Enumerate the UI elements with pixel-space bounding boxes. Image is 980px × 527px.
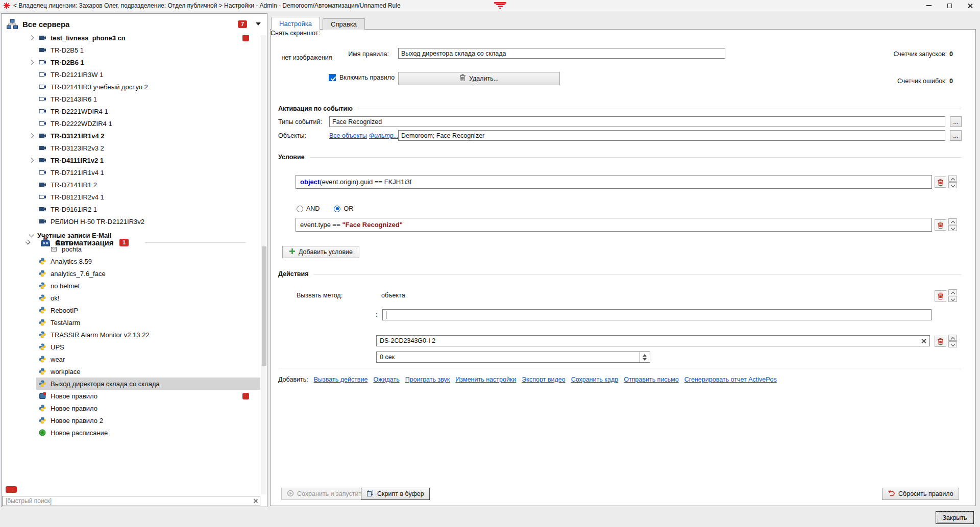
or-radio[interactable]: OR: [334, 205, 353, 212]
tree-item[interactable]: UPS: [2, 341, 260, 353]
and-radio-label: AND: [306, 205, 320, 212]
add-action-link[interactable]: Вызвать действие: [314, 376, 368, 383]
delay-input[interactable]: 0 сек: [376, 352, 650, 363]
delete-action-1-button[interactable]: [935, 290, 946, 302]
scrollbar-thumb[interactable]: [262, 246, 266, 366]
chevron-right-icon[interactable]: [27, 154, 36, 166]
chevron-right-icon[interactable]: [27, 130, 36, 142]
tree-item[interactable]: Новое правило 2: [2, 414, 260, 426]
tree-item[interactable]: TR-D2143IR6 1: [2, 93, 260, 105]
tree-item[interactable]: Выход директора склада со склада: [2, 378, 260, 390]
delete-condition-1-button[interactable]: [935, 177, 946, 188]
move-up-button[interactable]: [948, 335, 957, 341]
objects-more-button[interactable]: ...: [950, 130, 962, 141]
script-icon: [37, 368, 47, 375]
clear-search-icon[interactable]: [253, 498, 258, 504]
tree-item[interactable]: Новое правило: [2, 402, 260, 414]
chevron-right-icon[interactable]: [27, 35, 36, 44]
enable-rule-row[interactable]: Включить правило: [329, 74, 395, 81]
tab-help[interactable]: Справка: [323, 18, 365, 30]
tree-item[interactable]: RebootIP: [2, 304, 260, 316]
tree-item[interactable]: Новое расписание: [2, 426, 260, 439]
tree-item-label: TR-D3123IR2v3 2: [51, 144, 104, 152]
clear-icon[interactable]: [921, 338, 926, 344]
tree-item[interactable]: TR-D2B6 1: [2, 56, 260, 68]
add-action-link[interactable]: Сгенерировать отчет ActivePos: [684, 376, 777, 383]
add-action-link[interactable]: Экспорт видео: [522, 376, 565, 383]
add-action-link[interactable]: Ожидать: [373, 376, 399, 383]
reset-rule-button[interactable]: Сбросить правило: [882, 488, 959, 500]
delete-rule-button[interactable]: Удалить...: [398, 72, 560, 85]
chevron-spacer: [27, 203, 36, 215]
add-condition-button[interactable]: Добавить условие: [282, 246, 359, 258]
event-types-more-button[interactable]: ...: [950, 116, 962, 127]
script-to-clipboard-button[interactable]: Скрипт в буфер: [361, 488, 430, 500]
add-action-link[interactable]: Отправить письмо: [624, 376, 679, 383]
tree-item-label: TR-D2B6 1: [51, 59, 84, 66]
camera-filled-icon: [37, 145, 47, 151]
tree-item[interactable]: TR-D2221WDIR4 1: [2, 105, 260, 117]
delete-condition-2-button[interactable]: [935, 219, 946, 231]
move-down-button[interactable]: [948, 182, 957, 188]
condition-expression-1[interactable]: object(event.origin).guid == FKJH1i3f: [296, 175, 932, 189]
tree-item[interactable]: TR-D3121IR1v4 2: [2, 130, 260, 142]
enable-rule-checkbox[interactable]: [329, 74, 336, 81]
close-window-button[interactable]: [960, 0, 980, 11]
objects-input[interactable]: [398, 130, 945, 141]
tab-settings[interactable]: Настройка: [271, 17, 320, 30]
tree-item[interactable]: TestAlarm: [2, 316, 260, 329]
tree-item[interactable]: TR-D7141IR1 2: [2, 179, 260, 191]
tree-item[interactable]: test_livness_phone3 сп: [2, 35, 260, 44]
tree-item[interactable]: workplace: [2, 365, 260, 378]
tree-item[interactable]: РЕЛИОН Н-50 TR-D2121IR3v2: [2, 215, 260, 228]
minimize-button[interactable]: [919, 0, 939, 11]
chevron-down-icon[interactable]: [27, 228, 36, 243]
filter-link[interactable]: Фильтр...: [369, 132, 399, 139]
call-method-value[interactable]: объекта: [381, 292, 405, 299]
add-action-link[interactable]: Сохранить кадр: [571, 376, 619, 383]
condition-expression-2[interactable]: event.type == "Face Recognized": [296, 218, 932, 232]
move-down-button[interactable]: [948, 225, 957, 231]
close-button[interactable]: Закрыть: [936, 511, 974, 524]
tree-item[interactable]: wear: [2, 353, 260, 365]
and-radio[interactable]: AND: [297, 205, 320, 212]
error-counter: Счетчик ошибок:0: [897, 78, 953, 85]
save-and-run-button[interactable]: Сохранить и запустить: [281, 488, 371, 500]
tree-item[interactable]: TR-D2121IR3W 1: [2, 68, 260, 81]
tree-item[interactable]: TR-D3123IR2v3 2: [2, 142, 260, 154]
tree-item[interactable]: TR-D8121IR2v4 1: [2, 191, 260, 203]
move-up-button[interactable]: [948, 175, 957, 182]
tree-item[interactable]: Analytics 8.59: [2, 255, 260, 267]
tree-scrollbar[interactable]: [261, 35, 267, 494]
tree-item[interactable]: no helmet: [2, 280, 260, 292]
tree-item[interactable]: TR-D9161IR2 1: [2, 203, 260, 215]
method-param-input[interactable]: [382, 309, 932, 320]
tree-item[interactable]: Новое правило: [2, 390, 260, 402]
all-objects-link[interactable]: Все объекты: [329, 132, 367, 139]
event-types-input[interactable]: [329, 116, 945, 127]
screenshot-camera-input[interactable]: DS-2CD2343G0-I 2: [376, 335, 930, 346]
tree-item[interactable]: TR-D4111IR1v2 1: [2, 154, 260, 166]
tree-item[interactable]: analytics_7.6_face: [2, 267, 260, 280]
maximize-button[interactable]: [939, 0, 960, 11]
tree-item[interactable]: TR-D2222WDZIR4 1: [2, 117, 260, 130]
delete-rule-label: Удалить...: [469, 75, 499, 82]
delete-action-2-button[interactable]: [935, 336, 946, 347]
add-action-link[interactable]: Изменить настройки: [455, 376, 516, 383]
quick-search-input[interactable]: [2, 496, 260, 506]
tree-header[interactable]: Все сервера 7: [2, 14, 267, 34]
tree-item[interactable]: TR-D2B5 1: [2, 44, 260, 56]
chevron-right-icon[interactable]: [27, 56, 36, 68]
tree-item[interactable]: TR-D7121IR1v4 1: [2, 166, 260, 179]
rule-name-input[interactable]: [398, 48, 725, 59]
add-action-link[interactable]: Проиграть звук: [405, 376, 450, 383]
tree-item[interactable]: TR-D2141IR3 учебный доступ 2: [2, 81, 260, 93]
delay-spinner[interactable]: [640, 352, 647, 362]
tree-item[interactable]: ok!: [2, 292, 260, 304]
move-down-button[interactable]: [948, 341, 957, 347]
move-up-button[interactable]: [948, 218, 957, 224]
move-down-button[interactable]: [948, 296, 957, 302]
chevron-down-icon[interactable]: [256, 22, 261, 26]
move-up-button[interactable]: [948, 289, 957, 295]
tree-item[interactable]: TRASSIR Alarm Monitor v2.13.22: [2, 329, 260, 341]
